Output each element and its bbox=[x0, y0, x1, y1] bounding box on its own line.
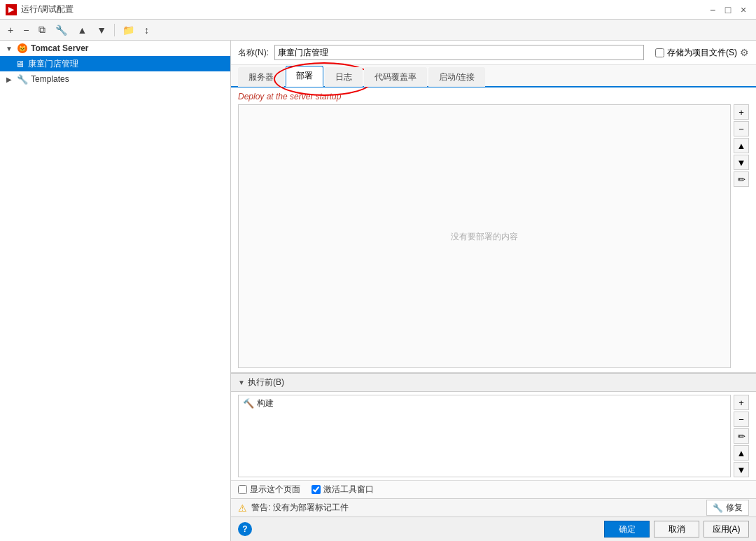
deploy-remove-button[interactable]: − bbox=[734, 121, 749, 136]
maximize-button[interactable]: □ bbox=[721, 3, 735, 17]
tab-coverage[interactable]: 代码覆盖率 bbox=[364, 67, 427, 87]
deploy-area-wrapper: 没有要部署的内容 + − ▲ ▼ ✏ bbox=[231, 104, 756, 372]
sidebar-server-item[interactable]: 🖥 康童门店管理 bbox=[0, 56, 230, 71]
window-controls: − □ × bbox=[706, 3, 750, 17]
tabs-bar-wrapper: 服务器 部署 日志 代码覆盖率 启动/连接 bbox=[231, 65, 756, 87]
save-to-file-checkbox[interactable] bbox=[655, 48, 664, 57]
name-input[interactable] bbox=[274, 45, 644, 60]
tab-startup[interactable]: 启动/连接 bbox=[428, 67, 485, 87]
before-exec-list: 🔨 构建 bbox=[238, 395, 731, 477]
status-bar: ⚠ 警告: 没有为部署标记工件 🔧 修复 bbox=[231, 498, 756, 517]
toolbar: + − ⧉ 🔧 ▲ ▼ 📁 ↕ bbox=[0, 20, 756, 41]
minimize-button[interactable]: − bbox=[706, 3, 720, 17]
exec-down-button[interactable]: ▼ bbox=[734, 462, 749, 477]
deploy-empty-message: 没有要部署的内容 bbox=[451, 230, 518, 242]
before-exec-section: ▼ 执行前(B) 🔨 构建 + − ✏ ▲ ▼ bbox=[231, 373, 756, 480]
move-up-button[interactable]: ▲ bbox=[74, 22, 90, 38]
copy-config-button[interactable]: ⧉ bbox=[35, 22, 49, 38]
help-button[interactable]: ? bbox=[238, 522, 252, 536]
deploy-add-button[interactable]: + bbox=[734, 104, 749, 120]
cancel-button[interactable]: 取消 bbox=[654, 521, 699, 538]
before-exec-title: 执行前(B) bbox=[248, 377, 284, 388]
name-label: 名称(N): bbox=[238, 47, 269, 59]
before-exec-arrow[interactable]: ▼ bbox=[238, 379, 245, 386]
add-config-button[interactable]: + bbox=[4, 22, 17, 38]
show-page-checkbox[interactable] bbox=[238, 485, 247, 494]
deploy-btn-col: + − ▲ ▼ ✏ bbox=[734, 104, 749, 368]
status-warning-text: 警告: 没有为部署标记工件 bbox=[251, 502, 349, 514]
exec-item-build-label: 构建 bbox=[257, 398, 274, 409]
deploy-edit-button[interactable]: ✏ bbox=[734, 171, 749, 187]
warning-icon: ⚠ bbox=[238, 503, 247, 514]
folder-button[interactable]: 📁 bbox=[119, 22, 138, 38]
exec-list-item-build[interactable]: 🔨 构建 bbox=[239, 395, 730, 412]
deploy-list-box: 没有要部署的内容 bbox=[238, 104, 731, 368]
exec-remove-button[interactable]: − bbox=[734, 412, 749, 427]
show-page-label: 显示这个页面 bbox=[250, 484, 300, 496]
sidebar-server-label: 康童门店管理 bbox=[28, 58, 78, 70]
toolbar-separator bbox=[114, 24, 115, 36]
ok-button[interactable]: 确定 bbox=[604, 521, 650, 538]
tab-server[interactable]: 服务器 bbox=[238, 67, 284, 87]
dialog-footer: ? 确定 取消 应用(A) bbox=[231, 517, 756, 541]
remove-config-button[interactable]: − bbox=[20, 22, 32, 38]
templates-icon: 🔧 bbox=[17, 73, 28, 85]
exec-add-button[interactable]: + bbox=[734, 395, 749, 410]
fix-icon: 🔧 bbox=[713, 503, 723, 513]
tomcat-group-label: Tomcat Server bbox=[31, 43, 88, 53]
activate-tool-option: 激活工具窗口 bbox=[312, 484, 374, 496]
before-exec-area-wrapper: 🔨 构建 + − ✏ ▲ ▼ bbox=[231, 392, 756, 480]
right-panel: 名称(N): 存储为项目文件(S) ⚙ 服务器 部署 日志 代码覆盖率 启动/连… bbox=[231, 41, 756, 541]
bottom-options: 显示这个页面 激活工具窗口 bbox=[231, 480, 756, 498]
sidebar: 🐱 Tomcat Server 🖥 康童门店管理 🔧 Templates bbox=[0, 41, 231, 541]
title-bar: ▶ 运行/调试配置 − □ × bbox=[0, 0, 756, 20]
fix-label: 修复 bbox=[726, 502, 743, 514]
tabs-bar: 服务器 部署 日志 代码覆盖率 启动/连接 bbox=[231, 65, 756, 87]
move-down-button[interactable]: ▼ bbox=[93, 22, 110, 38]
settings-button[interactable]: 🔧 bbox=[52, 22, 71, 38]
hammer-icon: 🔨 bbox=[243, 398, 254, 409]
main-content: 🐱 Tomcat Server 🖥 康童门店管理 🔧 Templates 名称(… bbox=[0, 41, 756, 541]
before-exec-header: ▼ 执行前(B) bbox=[231, 373, 756, 392]
apply-button[interactable]: 应用(A) bbox=[704, 521, 749, 538]
exec-edit-button[interactable]: ✏ bbox=[734, 428, 749, 444]
before-exec-btn-col: + − ✏ ▲ ▼ bbox=[734, 395, 749, 477]
status-left: ⚠ 警告: 没有为部署标记工件 bbox=[238, 502, 349, 514]
sidebar-tomcat-group[interactable]: 🐱 Tomcat Server bbox=[0, 41, 230, 56]
tomcat-group-arrow bbox=[4, 43, 14, 53]
settings-gear-icon[interactable]: ⚙ bbox=[740, 47, 749, 58]
fix-button[interactable]: 🔧 修复 bbox=[706, 500, 749, 516]
title-bar-left: ▶ 运行/调试配置 bbox=[6, 3, 74, 15]
deploy-startup-label: Deploy at the server startup bbox=[231, 87, 756, 104]
activate-tool-checkbox[interactable] bbox=[312, 485, 321, 494]
tab-log[interactable]: 日志 bbox=[325, 67, 363, 87]
window-title: 运行/调试配置 bbox=[21, 3, 74, 15]
tab-content-deploy: Deploy at the server startup 没有要部署的内容 + … bbox=[231, 87, 756, 498]
sidebar-templates-item[interactable]: 🔧 Templates bbox=[0, 71, 230, 87]
name-row: 名称(N): 存储为项目文件(S) ⚙ bbox=[231, 41, 756, 65]
save-to-file-label: 存储为项目文件(S) bbox=[667, 47, 737, 59]
templates-label: Templates bbox=[31, 74, 69, 84]
server-icon: 🖥 bbox=[14, 58, 25, 69]
sort-button[interactable]: ↕ bbox=[141, 22, 153, 38]
deploy-down-button[interactable]: ▼ bbox=[734, 155, 749, 170]
tab-deploy[interactable]: 部署 bbox=[286, 66, 323, 87]
close-button[interactable]: × bbox=[736, 3, 750, 17]
exec-up-button[interactable]: ▲ bbox=[734, 445, 749, 461]
templates-arrow bbox=[4, 74, 14, 84]
activate-tool-label: 激活工具窗口 bbox=[323, 484, 374, 496]
tomcat-group-icon: 🐱 bbox=[17, 43, 28, 54]
save-to-file-area: 存储为项目文件(S) ⚙ bbox=[655, 47, 749, 59]
app-icon: ▶ bbox=[6, 4, 17, 15]
deploy-up-button[interactable]: ▲ bbox=[734, 138, 749, 153]
show-page-option: 显示这个页面 bbox=[238, 484, 300, 496]
deploy-section: Deploy at the server startup 没有要部署的内容 + … bbox=[231, 87, 756, 373]
